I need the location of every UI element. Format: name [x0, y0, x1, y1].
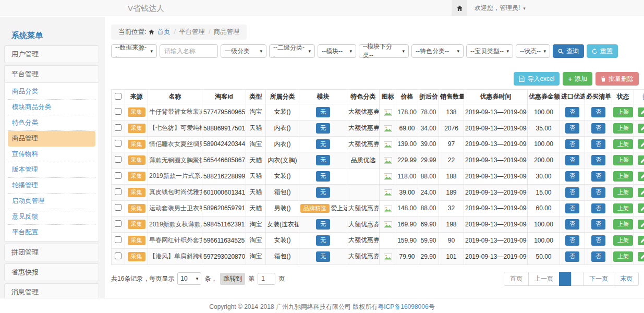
- import-select-badge[interactable]: 否: [565, 155, 579, 165]
- icp-link[interactable]: 粤ICP备16098006号: [378, 303, 434, 311]
- filter-select[interactable]: --二级分类-- ▾: [269, 44, 315, 58]
- sidebar-item[interactable]: 省惠快报: [4, 263, 99, 281]
- jump-button[interactable]: 跳转到: [220, 273, 245, 285]
- filter-select[interactable]: --宝贝类型-- ▾: [466, 44, 513, 58]
- status-badge[interactable]: 上架: [613, 251, 633, 262]
- edit-button[interactable]: [638, 124, 644, 133]
- must-buy-badge[interactable]: 否: [591, 171, 605, 182]
- import-select-badge[interactable]: 否: [565, 219, 579, 230]
- import-select-badge[interactable]: 否: [565, 139, 579, 150]
- sidebar-subitem[interactable]: 意见反馈: [8, 209, 95, 225]
- row-checkbox[interactable]: [115, 220, 121, 227]
- page-size-select[interactable]: 10 ▾: [177, 272, 201, 285]
- edit-button[interactable]: [638, 155, 644, 165]
- row-checkbox[interactable]: [115, 156, 121, 163]
- must-buy-badge[interactable]: 否: [591, 123, 605, 134]
- filter-select[interactable]: --模块-- ▾: [318, 44, 356, 58]
- must-buy-badge[interactable]: 否: [591, 203, 605, 214]
- must-buy-badge[interactable]: 否: [591, 155, 605, 165]
- price: 39.00: [396, 184, 418, 200]
- filter-select[interactable]: --状态-- ▾: [516, 44, 550, 58]
- edit-button[interactable]: [638, 188, 644, 197]
- must-buy-badge[interactable]: 否: [591, 139, 605, 150]
- edit-button[interactable]: [638, 172, 644, 181]
- sidebar-item-platform-management[interactable]: 平台管理: [4, 65, 99, 83]
- import-select-badge[interactable]: 否: [565, 123, 579, 134]
- select-all-checkbox[interactable]: [115, 93, 121, 100]
- edit-button[interactable]: [638, 236, 644, 245]
- row-checkbox[interactable]: [115, 252, 121, 259]
- icon-cell: [380, 248, 396, 264]
- must-buy-badge[interactable]: 否: [591, 235, 605, 246]
- edit-button[interactable]: [638, 252, 644, 261]
- col-header: 类型: [246, 90, 266, 104]
- table-header-row: 来源 名称 淘客id 类型 所属分类 模块 特色分类 图标 价格 折后价 销售数…: [112, 90, 644, 104]
- edit-button[interactable]: [638, 203, 644, 213]
- sidebar-subitem[interactable]: 宣传物料: [8, 147, 95, 162]
- name-search-input[interactable]: [160, 44, 218, 58]
- sidebar-subitem[interactable]: 轮播管理: [8, 178, 95, 194]
- last-page-button[interactable]: 末页: [614, 272, 639, 286]
- import-select-badge[interactable]: 否: [565, 107, 579, 117]
- must-buy-badge[interactable]: 否: [591, 219, 605, 230]
- search-button[interactable]: 查询: [553, 44, 584, 58]
- sidebar-subitem[interactable]: 特色分类: [8, 115, 95, 131]
- import-select-badge[interactable]: 否: [565, 171, 579, 182]
- first-page-button[interactable]: 首页: [504, 272, 529, 286]
- jump-page-input[interactable]: [258, 273, 275, 285]
- row-checkbox[interactable]: [115, 108, 121, 115]
- sidebar-subitem[interactable]: 商品管理: [8, 131, 95, 147]
- filter-select[interactable]: --数据来源-- ▾: [111, 44, 157, 58]
- sales-count: 90: [439, 233, 464, 249]
- import-select-badge[interactable]: 否: [565, 187, 579, 198]
- filter-select[interactable]: --模块下分类-- ▾: [359, 44, 409, 58]
- sidebar-item[interactable]: 消息管理: [4, 283, 99, 298]
- status-badge[interactable]: 上架: [613, 171, 633, 182]
- must-buy-badge[interactable]: 否: [591, 251, 605, 262]
- edit-button[interactable]: [638, 107, 644, 117]
- row-checkbox[interactable]: [115, 204, 121, 211]
- status-badge[interactable]: 上架: [613, 123, 633, 134]
- row-checkbox[interactable]: [115, 140, 121, 147]
- import-select-badge[interactable]: 否: [565, 251, 579, 262]
- home-button[interactable]: [452, 0, 467, 16]
- add-button[interactable]: + 添加: [563, 72, 592, 86]
- batch-delete-button[interactable]: 批量删除: [596, 72, 639, 86]
- status-badge[interactable]: 上架: [613, 107, 633, 117]
- status-badge[interactable]: 上架: [613, 219, 633, 230]
- page-number-button[interactable]: [571, 272, 584, 286]
- sidebar-subitem[interactable]: 版本管理: [8, 162, 95, 178]
- sidebar-item-user-management[interactable]: 用户管理: [4, 45, 99, 63]
- coupon-time: 2019-09-13—2019-09-20: [464, 184, 528, 200]
- import-select-badge[interactable]: 否: [565, 235, 579, 246]
- row-checkbox[interactable]: [115, 188, 121, 195]
- home-icon: [456, 5, 463, 11]
- row-checkbox[interactable]: [115, 172, 121, 179]
- breadcrumb-home-link[interactable]: 首页: [157, 28, 170, 37]
- sidebar-item[interactable]: 拼团管理: [4, 244, 99, 261]
- user-menu[interactable]: 欢迎您，管理员! ▾: [467, 4, 532, 13]
- row-checkbox[interactable]: [115, 124, 121, 131]
- page-number-button[interactable]: [559, 272, 572, 286]
- status-badge[interactable]: 上架: [613, 203, 633, 214]
- must-buy-badge[interactable]: 否: [591, 107, 605, 117]
- status-badge[interactable]: 上架: [613, 155, 633, 165]
- edit-button[interactable]: [638, 139, 644, 149]
- status-badge[interactable]: 上架: [613, 139, 633, 150]
- must-buy-badge[interactable]: 否: [591, 187, 605, 198]
- import-select-badge[interactable]: 否: [565, 203, 579, 214]
- prev-page-button[interactable]: 上一页: [528, 272, 560, 286]
- filter-select[interactable]: --特色分类-- ▾: [411, 44, 464, 58]
- filter-select[interactable]: 一级分类 ▾: [221, 44, 266, 58]
- import-excel-button[interactable]: 导入excel: [514, 72, 560, 86]
- sidebar-subitem[interactable]: 模块商品分类: [8, 100, 95, 115]
- sidebar-subitem[interactable]: 平台配置: [8, 225, 95, 240]
- reset-button[interactable]: 重置: [587, 44, 618, 58]
- edit-button[interactable]: [638, 220, 644, 229]
- status-badge[interactable]: 上架: [613, 187, 633, 198]
- sidebar-subitem[interactable]: 启动页管理: [8, 194, 95, 209]
- row-checkbox[interactable]: [115, 236, 121, 243]
- sidebar-subitem[interactable]: 商品分类: [8, 84, 95, 100]
- status-badge[interactable]: 上架: [613, 235, 633, 246]
- next-page-button[interactable]: 下一页: [583, 272, 614, 286]
